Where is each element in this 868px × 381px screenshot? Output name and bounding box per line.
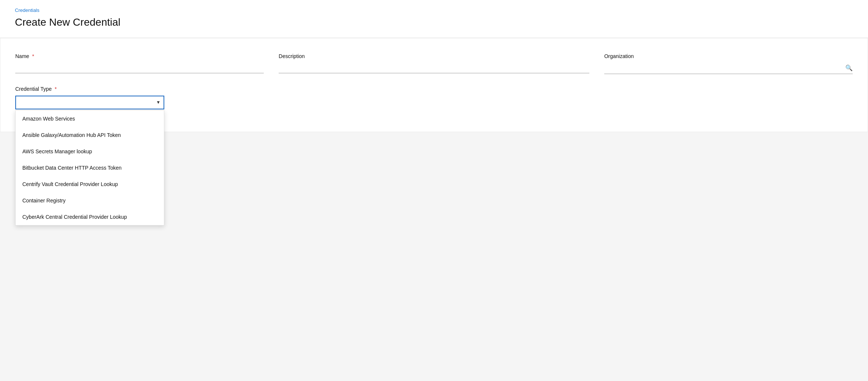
content-area: Name * Description Organization 🔍 Creden… [0,38,868,378]
list-item[interactable]: Centrify Vault Credential Provider Looku… [16,176,164,192]
page-header: Credentials Create New Credential [0,0,868,38]
form-card: Name * Description Organization 🔍 Creden… [0,38,868,132]
name-label: Name * [15,53,264,59]
list-item[interactable]: CyberArk Central Credential Provider Loo… [16,209,164,225]
organization-label: Organization [604,53,853,59]
credential-type-label: Credential Type * [15,86,853,92]
name-field: Name * [15,53,264,74]
organization-input-wrapper: 🔍 [604,62,853,74]
description-label: Description [279,53,589,59]
name-required: * [31,53,34,59]
list-item[interactable]: Amazon Web Services [16,111,164,127]
list-item[interactable]: Container Registry [16,192,164,209]
organization-input[interactable] [604,65,845,71]
credential-type-section: Credential Type * ▼ Amazon Web Services … [15,86,853,109]
credential-type-input[interactable] [15,96,164,109]
list-item[interactable]: Bitbucket Data Center HTTP Access Token [16,160,164,176]
search-icon[interactable]: 🔍 [845,64,853,71]
credential-type-required: * [53,86,57,92]
credential-type-dropdown[interactable]: ▼ Amazon Web Services Ansible Galaxy/Aut… [15,96,164,109]
credential-type-list: Amazon Web Services Ansible Galaxy/Autom… [15,110,164,225]
organization-field: Organization 🔍 [604,53,853,74]
list-item[interactable]: Ansible Galaxy/Automation Hub API Token [16,127,164,143]
form-row-1: Name * Description Organization 🔍 [15,53,853,74]
list-item[interactable]: AWS Secrets Manager lookup [16,143,164,160]
breadcrumb[interactable]: Credentials [15,7,853,13]
description-field: Description [279,53,589,74]
page-title: Create New Credential [15,16,853,29]
name-input[interactable] [15,62,264,73]
description-input[interactable] [279,62,589,73]
